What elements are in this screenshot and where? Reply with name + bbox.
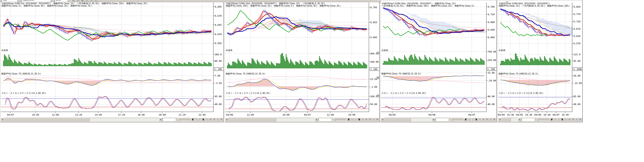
- svg-text:13:20: 13:20: [75, 114, 82, 116]
- scroll-left-button[interactable]: ◄: [225, 118, 228, 122]
- zoom-slider-knob[interactable]: [334, 118, 336, 121]
- scroll-left-button[interactable]: ◄: [381, 118, 384, 122]
- svg-text:× 100: × 100: [488, 68, 495, 70]
- chart-tool-button[interactable]: D: [571, 118, 575, 122]
- scroll-right-button[interactable]: ►: [159, 118, 162, 122]
- period-button[interactable]: 月: [85, 0, 89, 2]
- chart-tool-button[interactable]: −: [354, 118, 358, 122]
- symbol-select[interactable]: 日経225mini ▼: [21, 0, 54, 2]
- chart-tool-button[interactable]: B: [220, 118, 223, 122]
- chart-tool-buttons: ▟+−▙▪▸DLB: [347, 118, 379, 122]
- chart-tool-button[interactable]: L: [489, 118, 492, 122]
- chart-tool-button[interactable]: L: [575, 118, 578, 122]
- instrument-type-select[interactable]: 先物 ▼: [1, 0, 21, 2]
- chart-tool-button[interactable]: +: [553, 118, 557, 122]
- svg-text:移動平均( Close, 75 ) MACD( 12,: 移動平均( Close, 75 ) MACD( 12, 26, 9 ): [381, 72, 421, 75]
- chart-tool-button[interactable]: +: [350, 118, 354, 122]
- chart-tool-button[interactable]: D: [485, 118, 489, 122]
- chart-canvas: 9,7059,6559,605360.00160.0013.50-1.00100…: [225, 0, 380, 118]
- zoom-slider-knob[interactable]: [451, 118, 452, 121]
- chart-tool-button[interactable]: ▸: [365, 118, 368, 122]
- svg-text:-1.00: -1.00: [370, 86, 377, 88]
- chart-tool-button[interactable]: B: [492, 118, 496, 122]
- chart-tool-button[interactable]: ▙: [474, 118, 478, 122]
- period-button[interactable]: 年: [89, 0, 94, 2]
- chart-tool-button[interactable]: ▪: [205, 118, 209, 122]
- chart-tool-button[interactable]: ▪: [564, 118, 568, 122]
- svg-text:9,670: 9,670: [215, 14, 222, 17]
- zoom-slider-knob[interactable]: [178, 118, 180, 121]
- scrollbar-track[interactable]: [4, 118, 159, 122]
- chart-header: 日経225mini 11/06( 15分, 2011/03/30 - 2011/…: [226, 2, 371, 7]
- scroll-left-button[interactable]: ◄: [1, 118, 4, 122]
- svg-text:9,570: 9,570: [574, 42, 580, 45]
- period-button[interactable]: 分: [94, 0, 98, 2]
- contract-month-select[interactable]: 11/06 ▼: [54, 0, 72, 2]
- chart-tool-button[interactable]: +: [467, 118, 471, 122]
- scroll-left-button[interactable]: ◄: [498, 118, 502, 122]
- scrollbar-track[interactable]: [228, 118, 315, 122]
- chart-tool-button[interactable]: ▙: [358, 118, 361, 122]
- chart-tool-button[interactable]: ▪: [361, 118, 365, 122]
- chart-tool-button[interactable]: ▪: [478, 118, 482, 122]
- chart-tool-button[interactable]: ▙: [202, 118, 205, 122]
- axes: [225, 2, 370, 113]
- zoom-slider[interactable]: [535, 118, 550, 122]
- chart-tool-button[interactable]: B: [578, 118, 582, 122]
- zoom-slider[interactable]: [332, 118, 347, 122]
- h-scrollbar[interactable]: ◄ ► ▟+−▙▪▸DLB: [498, 118, 582, 122]
- svg-text:9,600: 9,600: [488, 36, 494, 39]
- scrollbar-thumb[interactable]: [384, 118, 411, 122]
- h-scrollbar[interactable]: ◄ ► ▟+−▙▪▸DLB: [225, 118, 379, 122]
- chart-tool-button[interactable]: L: [372, 118, 376, 122]
- period-button[interactable]: 週: [80, 0, 84, 2]
- svg-text:7.00: 7.00: [215, 74, 220, 77]
- chart-tool-button[interactable]: ▙: [560, 118, 564, 122]
- chart-tool-buttons: ▟+−▙▪▸DLB: [464, 118, 496, 122]
- scrollbar-track[interactable]: [502, 118, 518, 122]
- window-resize-box[interactable]: ◿: [506, 1, 508, 4]
- chart-tool-button[interactable]: ▟: [550, 118, 553, 122]
- window-resize-box[interactable]: ◿: [378, 0, 381, 3]
- chevron-down-icon[interactable]: ▼: [17, 0, 21, 2]
- h-scrollbar[interactable]: ◄ ► ▟+−▙▪▸DLB: [381, 118, 496, 122]
- chart-tool-button[interactable]: ▸: [568, 118, 571, 122]
- chevron-down-icon[interactable]: ▼: [51, 0, 54, 2]
- period-button[interactable]: 足: [72, 0, 76, 2]
- svg-text:04/06: 04/06: [534, 114, 541, 116]
- candlesticks: [3, 18, 212, 42]
- scrollbar-thumb[interactable]: [502, 118, 511, 122]
- scrollbar-track[interactable]: [384, 118, 432, 122]
- svg-text:9,670: 9,670: [574, 28, 580, 30]
- chart-tool-button[interactable]: B: [376, 118, 379, 122]
- chart-tool-button[interactable]: D: [368, 118, 372, 122]
- zoom-slider[interactable]: [449, 118, 464, 122]
- scrollbar-thumb[interactable]: [228, 118, 276, 122]
- chart-tool-button[interactable]: +: [194, 118, 198, 122]
- scroll-right-button[interactable]: ►: [315, 118, 318, 122]
- chart-indicator-list: 移動平均( Close, 5 ) 移動平均( Close, 40 ) 移動平均(…: [2, 5, 215, 7]
- chevron-down-icon[interactable]: ▼: [68, 0, 71, 2]
- chart-tool-button[interactable]: ▟: [347, 118, 350, 122]
- chart-tool-button[interactable]: L: [216, 118, 220, 122]
- chart-tool-button[interactable]: −: [198, 118, 202, 122]
- scroll-right-button[interactable]: ►: [432, 118, 436, 122]
- candlesticks: [500, 8, 570, 37]
- chart-tool-button[interactable]: −: [557, 118, 560, 122]
- scrollbar-thumb[interactable]: [4, 118, 90, 122]
- scroll-right-button[interactable]: ►: [518, 118, 522, 122]
- chart-tool-button[interactable]: D: [212, 118, 216, 122]
- svg-text:40.00: 40.00: [215, 103, 222, 106]
- axis-labels: 9,7609,7209,6809,6409,600700.00250.0015.…: [389, 5, 496, 116]
- chart-tool-button[interactable]: ▟: [464, 118, 467, 122]
- zoom-slider[interactable]: [176, 118, 191, 122]
- zoom-slider-knob[interactable]: [537, 118, 538, 121]
- chart-tool-button[interactable]: −: [471, 118, 474, 122]
- scale-multiplier-badge: × 1000: [573, 67, 583, 71]
- chart-tool-button[interactable]: ▟: [191, 118, 194, 122]
- h-scrollbar[interactable]: ◄ ► ▟+−▙▪▸DLB: [1, 118, 223, 122]
- chart-tool-button[interactable]: ▸: [209, 118, 212, 122]
- period-button[interactable]: 日: [76, 0, 80, 2]
- axes: [498, 2, 573, 113]
- chart-tool-button[interactable]: ▸: [482, 118, 485, 122]
